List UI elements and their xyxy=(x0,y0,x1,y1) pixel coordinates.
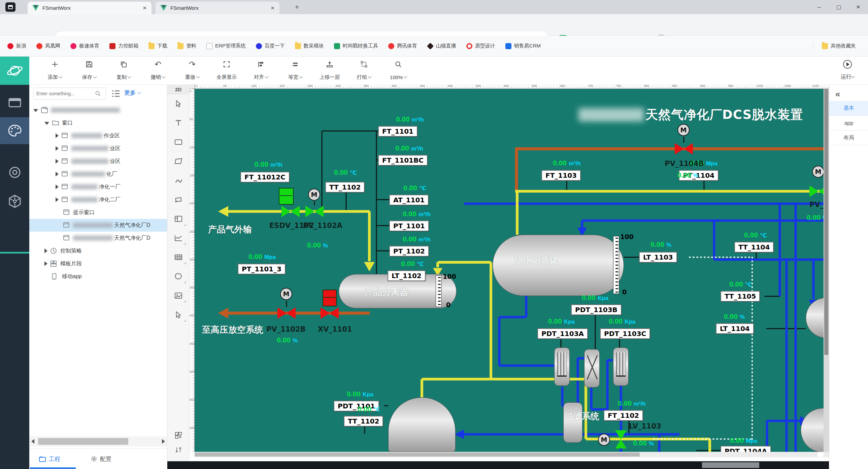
window-maximize-button[interactable]: ▢ xyxy=(829,0,848,14)
value-FT_1101BC[interactable]: 0.00m³/h xyxy=(395,144,423,152)
bookmark-极速体育[interactable]: 极速体育 xyxy=(70,43,99,49)
tree-expand-arrow[interactable] xyxy=(56,146,59,151)
value-FT_1103[interactable]: 0.00m³/h xyxy=(553,159,581,167)
value-PDT_1103C[interactable]: 0.00Kpa xyxy=(609,317,636,325)
value-AT_1101[interactable]: 0.00℃ xyxy=(403,184,426,192)
value-TT_1102[interactable]: 0.00℃ xyxy=(334,168,356,177)
bookmark-资料[interactable]: 资料 xyxy=(178,43,196,49)
sidebar-item-target[interactable] xyxy=(0,160,29,185)
toolbar-redo-button[interactable]: ↷重做 xyxy=(176,60,209,84)
value-TT_1105[interactable]: 0.00℃ xyxy=(729,280,752,288)
tree-expand-arrow[interactable] xyxy=(56,159,59,164)
toolbar-save-button[interactable]: 保存 xyxy=(73,60,105,84)
valve-LV_1103[interactable] xyxy=(615,430,627,448)
window-close-button[interactable]: ✕ xyxy=(848,0,868,14)
scroll-left-arrow[interactable] xyxy=(31,439,34,444)
tool-select-button[interactable] xyxy=(167,94,189,114)
bookmark-ERP管理系统[interactable]: ERP管理系统 xyxy=(207,43,246,49)
tree-item-业区[interactable]: 业区 xyxy=(29,155,167,168)
tool-image-button[interactable] xyxy=(167,286,189,305)
motor-icon[interactable]: M xyxy=(308,189,320,201)
value-PDT_1101[interactable]: 0.00Kpa xyxy=(347,390,373,398)
bookmark-数采模块[interactable]: 数采模块 xyxy=(295,43,324,49)
value-FT_11012C[interactable]: 0.00m³/h xyxy=(254,160,282,168)
tree-item-模板片段[interactable]: 模板片段 xyxy=(29,257,167,270)
tool-component-button[interactable] xyxy=(167,428,189,442)
panel-tab-app[interactable]: app xyxy=(829,116,868,131)
bookmark-百度一下[interactable]: 百度一下 xyxy=(256,43,285,49)
toolbar-copy-button[interactable]: 复制 xyxy=(107,60,140,84)
more-button[interactable]: 更多 xyxy=(124,89,141,97)
sidebar-item-3d-model[interactable] xyxy=(0,189,29,214)
instrument-TT_1102[interactable]: TT_1102 xyxy=(344,416,383,427)
valve-PV_1102A[interactable] xyxy=(305,206,323,217)
valve-PV_1104B[interactable] xyxy=(675,143,693,155)
tool-pointer-button[interactable] xyxy=(167,305,189,324)
value-LT_1103[interactable]: 0.00% xyxy=(651,240,671,248)
bookmark-销售易CRM[interactable]: 销售易CRM xyxy=(505,43,541,49)
toolbar-group-button[interactable]: 打组 xyxy=(348,60,380,84)
instrument-PT_1102[interactable]: PT_1102 xyxy=(389,246,429,256)
toolbar-plus-button[interactable]: 添加 xyxy=(39,60,71,84)
tool-pipe-button[interactable] xyxy=(167,171,189,190)
tree-expand-arrow[interactable] xyxy=(44,261,48,266)
tree-item-redacted[interactable] xyxy=(29,104,167,117)
tree-item-化厂[interactable]: 化厂 xyxy=(29,168,167,181)
toolbar-align-button[interactable]: 对齐 xyxy=(245,60,277,84)
instrument-FT_1101BC[interactable]: FT_1101BC xyxy=(378,155,428,166)
process-value[interactable]: 0.00% xyxy=(307,241,328,249)
value-LT_1104[interactable]: 0.00% xyxy=(724,312,745,320)
run-button[interactable]: 运行 xyxy=(832,60,863,83)
toolbar-fullscreen-button[interactable]: 全屏显示 xyxy=(211,60,243,84)
tool-transform-button[interactable] xyxy=(167,190,189,210)
tool-table-button[interactable] xyxy=(167,248,189,267)
hmi-canvas[interactable]: 天然气净化厂DCS脱水装置 10001000产品分离器脱水闪蒸罐0.00m³/h… xyxy=(195,89,829,452)
tool-text-button[interactable] xyxy=(167,114,189,133)
instrument-LT_1104[interactable]: LT_1104 xyxy=(716,323,754,334)
tool-swap-button[interactable] xyxy=(167,443,189,457)
tree-horizontal-scrollbar[interactable] xyxy=(29,436,167,446)
instrument-TT_1104[interactable]: TT_1104 xyxy=(734,242,774,252)
instrument-PDT_1104A[interactable]: PDT_1104A xyxy=(720,446,771,452)
tree-expand-arrow[interactable] xyxy=(56,185,59,189)
motor-icon[interactable]: M xyxy=(280,288,292,300)
instrument-FT_1102[interactable]: FT_1102 xyxy=(604,410,643,421)
bookmark-腾讯体育[interactable]: 腾讯体育 xyxy=(388,43,417,49)
tree-search-box[interactable] xyxy=(33,88,106,100)
tab-project[interactable]: 工程 xyxy=(39,455,60,463)
tool-polygon-button[interactable] xyxy=(167,152,189,171)
value-LT_1102[interactable]: 0.00℃ xyxy=(401,259,424,268)
instrument-LT_1103[interactable]: LT_1103 xyxy=(639,252,677,262)
canvas-horizontal-scrollbar[interactable] xyxy=(195,452,829,457)
toolbar-zoom-button[interactable]: 100% xyxy=(382,60,414,84)
sidebar-item-designer[interactable] xyxy=(0,117,29,144)
process-value[interactable]: 0.00% xyxy=(633,439,654,447)
scrollbar-thumb[interactable] xyxy=(38,438,128,445)
tab-close-icon[interactable]: ✕ xyxy=(143,5,147,11)
bookmark-原型设计[interactable]: 原型设计 xyxy=(466,43,495,49)
bookmark-力控邮箱[interactable]: 力控邮箱 xyxy=(110,43,138,49)
canvas-vertical-scrollbar[interactable] xyxy=(824,89,829,452)
tree-item-作业区[interactable]: 作业区 xyxy=(29,129,167,142)
value-PDT_1103A[interactable]: 0.00Kpa xyxy=(548,317,575,325)
instrument-TT_1105[interactable]: TT_1105 xyxy=(720,291,760,302)
scrollbar-thumb[interactable] xyxy=(824,89,828,355)
tree-item-业区[interactable]: 业区 xyxy=(29,142,167,155)
valve-XV_1101[interactable] xyxy=(320,307,339,319)
panel-tab-基本[interactable]: 基本 xyxy=(829,101,868,116)
tree-item-控制策略[interactable]: 控制策略 xyxy=(29,244,167,257)
tree-item-窗口[interactable]: 窗口 xyxy=(29,117,167,129)
tree-expand-arrow[interactable] xyxy=(44,122,49,125)
tree-item-移动app[interactable]: 移动app xyxy=(29,270,167,283)
tree-item-天然气净化厂D[interactable]: 天然气净化厂D xyxy=(29,232,167,244)
tool-widget-button[interactable] xyxy=(167,210,189,229)
value-FT_1102[interactable]: 0.00m³/h xyxy=(618,399,646,407)
bookmark-下载[interactable]: 下载 xyxy=(149,43,167,49)
value-PT_1102[interactable]: 0.00m³/h xyxy=(403,235,431,243)
tree-expand-arrow[interactable] xyxy=(56,197,59,202)
tree-expand-arrow[interactable] xyxy=(56,133,59,138)
bookmark-山猫直播[interactable]: 山猫直播 xyxy=(427,43,456,49)
instrument-PT_1101_3[interactable]: PT_1101_3 xyxy=(238,263,285,274)
valve-ESDV_1102[interactable] xyxy=(281,206,300,217)
instrument-AT_1101[interactable]: AT_1101 xyxy=(389,195,429,206)
